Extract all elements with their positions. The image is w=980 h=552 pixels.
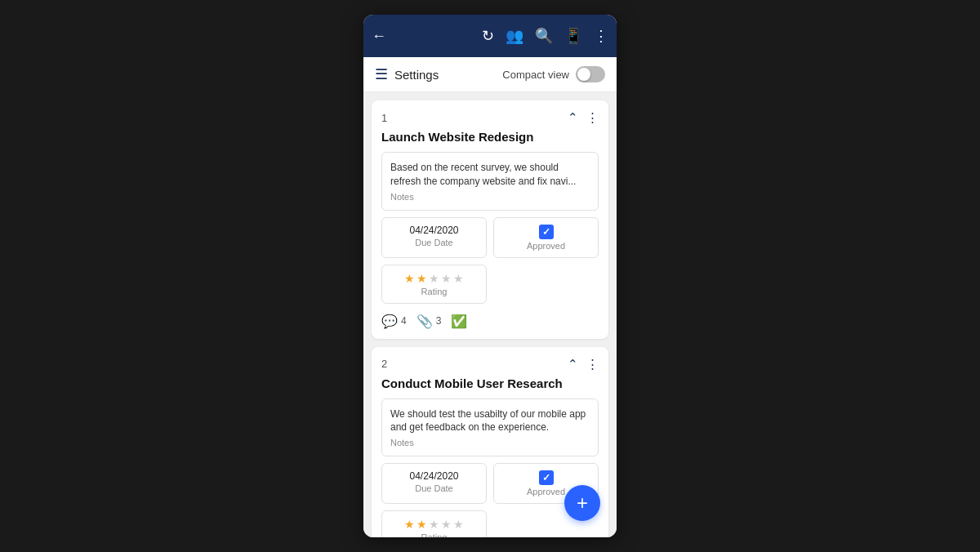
star-1: ★ bbox=[404, 518, 415, 531]
card-1-rating-label: Rating bbox=[421, 287, 448, 296]
card-2-notes-label: Notes bbox=[390, 438, 590, 447]
card-2-approved-checkbox[interactable] bbox=[539, 470, 554, 485]
card-2-expand-icon[interactable]: ⌃ bbox=[568, 357, 578, 372]
card-2-notes-text: We should test the usabilty of our mobil… bbox=[390, 407, 590, 435]
settings-icon: ☰ bbox=[375, 65, 388, 83]
card-2-rating-box[interactable]: ★ ★ ★ ★ ★ Rating bbox=[381, 510, 487, 537]
card-1-notes-text: Based on the recent survey, we should re… bbox=[390, 161, 590, 189]
card-1-more-icon[interactable]: ⋮ bbox=[586, 110, 599, 125]
card-1-attachment-count: 3 bbox=[436, 315, 442, 327]
card-1-comments-action[interactable]: 💬 4 bbox=[381, 314, 407, 329]
star-2: ★ bbox=[416, 518, 427, 531]
compact-view-toggle[interactable] bbox=[576, 66, 605, 82]
people-icon[interactable]: 👥 bbox=[506, 27, 523, 45]
card-2-number: 2 bbox=[381, 358, 387, 370]
top-bar: ← ↻ 👥 🔍 📱 ⋮ bbox=[363, 15, 617, 57]
back-icon[interactable]: ← bbox=[372, 28, 386, 45]
card-1-approved-label: Approved bbox=[527, 241, 565, 251]
star-4: ★ bbox=[441, 272, 452, 285]
card-1-number: 1 bbox=[381, 112, 387, 124]
card-1: 1 ⌃ ⋮ Launch Website Redesign Based on t… bbox=[372, 100, 608, 339]
card-2-due-date-field[interactable]: 04/24/2020 Due Date bbox=[381, 463, 487, 504]
star-5: ★ bbox=[453, 518, 464, 531]
card-2-more-icon[interactable]: ⋮ bbox=[586, 357, 599, 372]
card-2-due-date-value: 04/24/2020 bbox=[409, 470, 458, 482]
settings-bar: ☰ Settings Compact view bbox=[363, 57, 617, 92]
star-1: ★ bbox=[404, 272, 415, 285]
card-2-approved-label: Approved bbox=[527, 487, 565, 496]
search-icon[interactable]: 🔍 bbox=[535, 27, 553, 45]
fab-add-button[interactable]: + bbox=[564, 485, 600, 521]
settings-label: Settings bbox=[394, 68, 439, 82]
card-2-rating-label: Rating bbox=[421, 532, 448, 537]
star-3: ★ bbox=[429, 272, 439, 285]
card-1-approved-checkbox[interactable] bbox=[539, 225, 554, 239]
card-1-checklist-action[interactable]: ✅ bbox=[451, 314, 467, 329]
checklist-icon: ✅ bbox=[451, 314, 467, 329]
card-1-approved-field[interactable]: Approved bbox=[493, 217, 599, 258]
card-1-notes-box: Based on the recent survey, we should re… bbox=[381, 152, 599, 211]
card-1-expand-icon[interactable]: ⌃ bbox=[568, 110, 578, 125]
card-1-due-date-label: Due Date bbox=[415, 238, 452, 247]
star-5: ★ bbox=[453, 272, 464, 285]
card-1-notes-label: Notes bbox=[390, 192, 590, 202]
card-2-title: Conduct Mobile User Research bbox=[381, 376, 599, 390]
star-3: ★ bbox=[429, 518, 439, 531]
refresh-icon[interactable]: ↻ bbox=[482, 27, 494, 45]
card-2-notes-box: We should test the usabilty of our mobil… bbox=[381, 398, 599, 457]
attachment-icon: 📎 bbox=[416, 314, 433, 329]
compact-view-label: Compact view bbox=[502, 69, 569, 81]
cards-list: 1 ⌃ ⋮ Launch Website Redesign Based on t… bbox=[363, 92, 617, 537]
card-1-rating-box[interactable]: ★ ★ ★ ★ ★ Rating bbox=[381, 265, 487, 304]
card-1-due-date-value: 04/24/2020 bbox=[409, 225, 458, 236]
card-1-due-date-field[interactable]: 04/24/2020 Due Date bbox=[381, 217, 487, 258]
card-1-stars: ★ ★ ★ ★ ★ bbox=[404, 272, 464, 285]
card-1-action-row: 💬 4 📎 3 ✅ bbox=[381, 310, 599, 329]
comment-icon: 💬 bbox=[381, 314, 398, 329]
device-icon[interactable]: 📱 bbox=[564, 27, 582, 45]
star-4: ★ bbox=[441, 518, 452, 531]
card-2-due-date-label: Due Date bbox=[415, 483, 452, 493]
card-1-attachments-action[interactable]: 📎 3 bbox=[416, 314, 442, 329]
more-icon[interactable]: ⋮ bbox=[594, 27, 608, 45]
star-2: ★ bbox=[416, 272, 427, 285]
card-1-title: Launch Website Redesign bbox=[381, 130, 599, 144]
card-2-stars: ★ ★ ★ ★ ★ bbox=[404, 518, 464, 531]
card-1-comment-count: 4 bbox=[401, 315, 407, 327]
